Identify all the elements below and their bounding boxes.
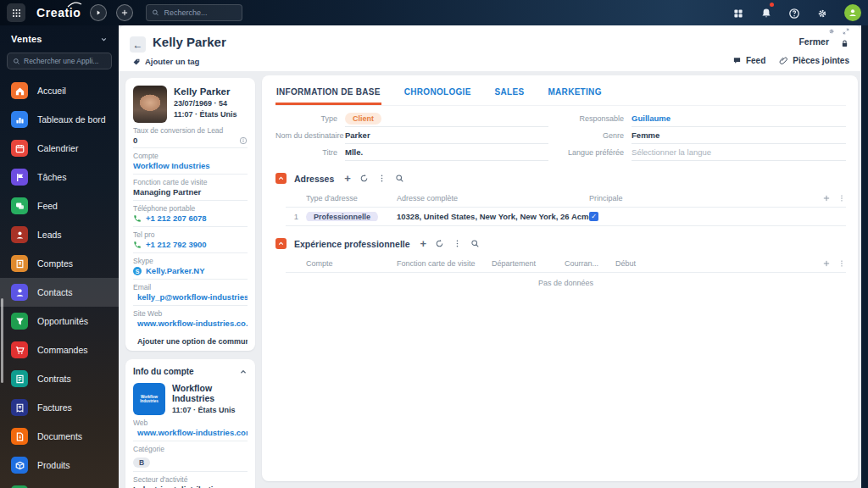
search-icon[interactable] bbox=[470, 239, 480, 248]
search-icon[interactable] bbox=[395, 174, 404, 183]
global-search[interactable] bbox=[146, 4, 242, 21]
add-row-icon[interactable] bbox=[822, 194, 831, 202]
field-genre: Genre Femme bbox=[562, 127, 846, 144]
refresh-icon[interactable] bbox=[435, 239, 444, 248]
apps-grid-icon[interactable] bbox=[7, 3, 25, 22]
address-value: 10328, United States, New York, New York… bbox=[397, 212, 589, 221]
sidebar-item-contacts[interactable]: Contacts bbox=[0, 278, 119, 307]
close-button[interactable]: Fermer bbox=[798, 36, 829, 47]
add-experience-button[interactable]: + bbox=[420, 240, 427, 248]
play-icon[interactable] bbox=[90, 4, 107, 21]
chevron-down-icon[interactable] bbox=[100, 36, 108, 43]
account-field-categorie: Catégorie B bbox=[133, 441, 248, 472]
refresh-icon[interactable] bbox=[359, 174, 369, 183]
nom-destinataire-value[interactable]: Parker bbox=[345, 127, 548, 144]
workspaces-icon[interactable] bbox=[732, 5, 744, 20]
account-website-link[interactable]: www.workflow-industries.com bbox=[137, 428, 248, 438]
sidebar-item-tableaux-de-bord[interactable]: Tableaux de bord bbox=[0, 105, 119, 134]
lead-conversion-label: Taux de conversion de Lead bbox=[133, 126, 248, 135]
sidebar-item-base-de[interactable]: Base de bbox=[0, 480, 119, 488]
collapse-chevron-up-icon[interactable] bbox=[239, 368, 248, 376]
app-search-input[interactable] bbox=[24, 57, 102, 65]
contact-photo[interactable] bbox=[133, 86, 167, 123]
back-button[interactable]: ← bbox=[130, 36, 146, 53]
account-info-card: Info du compte Workflow Industries Workf… bbox=[125, 359, 255, 488]
sidebar-item-documents[interactable]: Documents bbox=[0, 422, 119, 451]
add-row-icon[interactable] bbox=[822, 259, 831, 268]
titre-value[interactable]: Mlle. bbox=[345, 144, 548, 161]
page-settings-gear-icon[interactable] bbox=[828, 28, 835, 35]
address-row[interactable]: 1 Professionnelle 10328, United States, … bbox=[286, 208, 846, 226]
sidebar-item-opportunites[interactable]: Opportunités bbox=[0, 307, 119, 336]
more-options-icon[interactable] bbox=[377, 174, 387, 183]
profile-field-fonction: Fonction carte de visite Managing Partne… bbox=[133, 175, 248, 201]
info-icon[interactable] bbox=[239, 136, 248, 145]
account-logo[interactable]: Workflow Industries bbox=[133, 383, 165, 415]
account-link[interactable]: Workflow Industries bbox=[133, 161, 210, 171]
contact-name: Kelly Parker bbox=[174, 86, 237, 97]
sidebar-item-accueil[interactable]: Accueil bbox=[0, 76, 119, 105]
help-icon[interactable] bbox=[788, 5, 800, 20]
email-link[interactable]: kelly_p@workflow-industries... bbox=[137, 292, 248, 302]
skype-link[interactable]: Kelly.Parker.NY bbox=[146, 266, 205, 276]
add-communication-option-button[interactable]: Ajouter une option de communicatio bbox=[133, 337, 248, 346]
sidebar-item-taches[interactable]: Tâches bbox=[0, 163, 119, 191]
langue-preferee-placeholder[interactable]: Sélectionner la langue bbox=[632, 144, 846, 161]
sidebar-item-calendrier[interactable]: Calendrier bbox=[0, 134, 119, 163]
tab-sales[interactable]: SALES bbox=[494, 80, 526, 105]
profile-field-tel-portable: Téléphone portable +1 212 207 6078 bbox=[133, 201, 248, 227]
right-panel-strip bbox=[861, 25, 868, 488]
global-search-input[interactable] bbox=[164, 8, 236, 17]
lock-icon[interactable] bbox=[840, 36, 849, 51]
sidebar-item-contrats[interactable]: Contrats bbox=[0, 364, 119, 393]
responsable-link[interactable]: Guillaume bbox=[632, 110, 846, 127]
tab-marketing[interactable]: MARKETING bbox=[547, 80, 602, 105]
principal-checkbox[interactable]: ✓ bbox=[589, 212, 598, 221]
add-icon[interactable] bbox=[116, 4, 133, 21]
experience-section: Expérience professionnelle + Compte Fonc… bbox=[275, 238, 846, 293]
record-tabs: INFORMATION DE BASE CHRONOLOGIE SALES MA… bbox=[275, 80, 846, 106]
sidebar-item-feed[interactable]: Feed bbox=[0, 191, 119, 220]
expand-icon[interactable] bbox=[843, 28, 849, 35]
dashboard-icon bbox=[11, 111, 28, 128]
account-time-location: 11:07 · États Unis bbox=[172, 406, 236, 414]
genre-value[interactable]: Femme bbox=[632, 127, 846, 144]
sidebar-item-leads[interactable]: Leads bbox=[0, 220, 119, 249]
website-link[interactable]: www.workflow-industries.co... bbox=[137, 319, 248, 329]
attachments-button[interactable]: Pièces jointes bbox=[779, 56, 849, 65]
top-bar: Creatio bbox=[0, 0, 868, 25]
add-address-button[interactable]: + bbox=[344, 175, 351, 183]
sidebar-item-factures[interactable]: Factures bbox=[0, 393, 119, 422]
user-avatar[interactable] bbox=[844, 4, 861, 21]
sidebar-item-commandes[interactable]: Commandes bbox=[0, 336, 119, 364]
more-options-icon[interactable] bbox=[837, 259, 846, 268]
field-nom-destinataire: Nom du destinataire Parker bbox=[275, 127, 548, 144]
funnel-icon bbox=[11, 313, 28, 330]
collapse-section-icon[interactable] bbox=[275, 238, 287, 249]
phone-link[interactable]: +1 212 792 3900 bbox=[146, 240, 207, 250]
tab-information-de-base[interactable]: INFORMATION DE BASE bbox=[275, 80, 381, 105]
more-options-icon[interactable] bbox=[837, 194, 846, 202]
notifications-bell-icon[interactable] bbox=[760, 5, 772, 20]
account-name: WorkflowIndustries bbox=[172, 383, 236, 403]
search-icon bbox=[152, 8, 159, 17]
tab-chronologie[interactable]: CHRONOLOGIE bbox=[403, 80, 472, 105]
sidebar-item-produits[interactable]: Produits bbox=[0, 451, 119, 480]
app-search[interactable] bbox=[7, 53, 112, 69]
add-tag-button[interactable]: Ajouter un tag bbox=[132, 57, 199, 66]
sidebar-scrollbar[interactable] bbox=[1, 298, 3, 383]
sidebar-item-comptes[interactable]: Comptes bbox=[0, 249, 119, 278]
settings-gear-icon[interactable] bbox=[816, 5, 828, 20]
collapse-section-icon[interactable] bbox=[275, 173, 287, 184]
more-options-icon[interactable] bbox=[453, 239, 462, 248]
invoice-icon bbox=[11, 399, 28, 416]
field-titre: Titre Mlle. bbox=[275, 144, 548, 161]
cart-icon bbox=[11, 341, 28, 358]
phone-link[interactable]: +1 212 207 6078 bbox=[146, 214, 207, 224]
home-icon bbox=[11, 82, 28, 99]
feed-button[interactable]: Feed bbox=[732, 56, 765, 65]
workspace-selector[interactable]: Ventes bbox=[11, 34, 42, 44]
field-type: Type Client bbox=[275, 110, 548, 127]
chat-icon bbox=[11, 197, 28, 214]
phone-icon bbox=[133, 214, 142, 223]
